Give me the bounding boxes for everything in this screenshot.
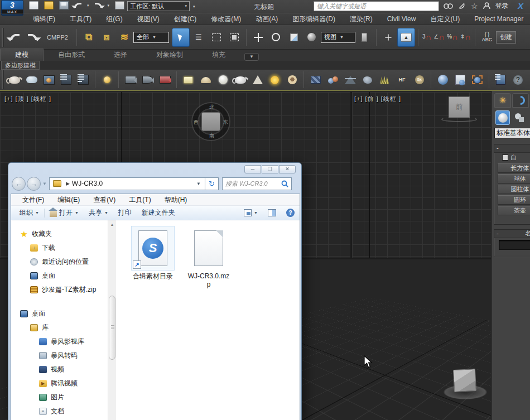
select-rotate-icon[interactable] (267, 28, 285, 47)
ribbon-tab-selection[interactable]: 选择 (99, 49, 142, 61)
address-bar[interactable]: ▶ WJ-CR3.0 ▼ (49, 177, 205, 190)
ribbon-tab-modeling[interactable]: 建模 (0, 49, 44, 61)
rollout-collapse-button[interactable]: - (494, 144, 530, 153)
nav-downloads[interactable]: ↓ 下载 (20, 241, 116, 255)
menu-customize[interactable]: 自定义(U) (423, 15, 467, 24)
camera-icon[interactable] (123, 73, 138, 88)
light-icon[interactable] (99, 73, 114, 88)
file-item-mzp[interactable]: WJ-CR3.0.mzp (182, 226, 235, 289)
object-name-field[interactable] (499, 240, 530, 250)
nav-lib-baofeng-media[interactable]: 暴风影视库 (20, 335, 116, 349)
viewcube-top[interactable]: 北 南 东 西 (192, 103, 229, 140)
forward-button[interactable]: → (27, 177, 41, 191)
refresh-button[interactable]: ↻ (205, 177, 219, 190)
ribbon-minimize-icon[interactable]: ▼ (244, 53, 259, 61)
autogrid-checkbox[interactable] (502, 155, 508, 161)
nav-lib-baofeng-transcode[interactable]: 暴风转码 (20, 349, 116, 363)
render-view-icon[interactable] (41, 73, 56, 88)
redo-dropdown[interactable]: ▾ (108, 3, 110, 8)
favorites-star-icon[interactable]: ☆ (471, 2, 478, 11)
select-object-button[interactable] (172, 28, 190, 47)
reference-coordsys-dropdown[interactable]: 视图▼ (321, 32, 355, 43)
viewport-front-label[interactable]: [+] [前 ] [线框 ] (354, 95, 401, 103)
nav-lib-tencent-video[interactable]: ▶ 腾讯视频 (20, 376, 116, 390)
organize-button[interactable]: 组织▼ (15, 208, 44, 218)
name-rollout-collapse-button[interactable]: - 名 (494, 230, 530, 238)
file-item-shortcut[interactable]: S ↗ 合辑素材目录 (126, 226, 180, 281)
breadcrumb[interactable]: WJ-CR3.0 (72, 180, 103, 187)
percent-snap-icon[interactable]: %∩ (447, 33, 458, 41)
button-box[interactable]: 长方体 (498, 163, 530, 173)
new-folder-button[interactable]: 新建文件夹 (137, 208, 180, 218)
select-link-icon[interactable]: ⧉ (80, 28, 98, 47)
back-button[interactable]: ← (12, 177, 26, 191)
bind-spacewarp-icon[interactable]: ≋ (115, 28, 133, 47)
cone-primitive-icon[interactable] (250, 73, 265, 88)
open-file-icon[interactable] (44, 1, 54, 9)
save-file-icon[interactable] (59, 1, 69, 9)
preview-pane-button[interactable] (263, 209, 281, 216)
teapot-primitive-icon[interactable] (233, 73, 248, 88)
select-move-icon[interactable] (249, 28, 267, 47)
viewport-top-label[interactable]: [+] [顶 ] [线框 ] (4, 95, 51, 103)
ribbon-subtab-polygon-modeling[interactable]: 多边形建模 (1, 61, 40, 70)
settings-panel-icon[interactable] (76, 73, 91, 88)
help-button[interactable]: ? (281, 209, 300, 217)
help-icon[interactable]: ? (510, 73, 526, 88)
maximize-button[interactable]: ❐ (262, 165, 278, 173)
undo-dropdown[interactable]: ▾ (87, 3, 89, 8)
undo-button[interactable] (6, 28, 23, 47)
nav-zip-item[interactable]: 沙发篇-TZ素材.zip (20, 283, 116, 297)
menu-rendering[interactable]: 渲染(R) (343, 15, 380, 24)
rectangular-selection-icon[interactable] (208, 28, 225, 47)
menu-modifiers[interactable]: 修改器(M) (204, 15, 248, 24)
menu-civil-view[interactable]: Civil View (380, 15, 423, 23)
menu-edit[interactable]: 编辑(E) (51, 195, 86, 205)
scrollbar-thumb[interactable] (109, 296, 115, 360)
create-selection-set-field[interactable]: 创建 (496, 31, 516, 44)
views-button[interactable]: ▼ (239, 209, 263, 216)
menu-views[interactable]: 视图(V) (130, 15, 167, 24)
nav-favorites[interactable]: ★ 收藏夹 (20, 227, 116, 241)
nav-recent-places[interactable]: 最近访问的位置 (20, 255, 116, 269)
file-list[interactable]: S ↗ 合辑素材目录 WJ-CR3.0.mzp (116, 220, 300, 420)
menu-edit[interactable]: 编辑(E) (26, 15, 62, 24)
array-cubes-icon[interactable] (308, 73, 323, 88)
menu-project-manager[interactable]: Project Manager (467, 15, 530, 23)
print-button[interactable]: 打印 (113, 208, 137, 218)
menu-create[interactable]: 创建(C) (167, 15, 204, 24)
category-shapes[interactable] (512, 110, 527, 125)
ribbon-tab-object-paint[interactable]: 对象绘制 (142, 49, 197, 61)
breadcrumb-arrow-icon[interactable]: ▶ (66, 181, 70, 186)
redo-icon[interactable] (95, 3, 102, 8)
scroll-up-icon[interactable]: ▲ (108, 220, 116, 229)
ribbon-tab-freeform[interactable]: 自由形式 (44, 49, 99, 61)
keyboard-shortcut-override-button[interactable]: ▲ (397, 28, 415, 47)
menu-tools[interactable]: 工具(T) (122, 195, 157, 205)
toolbar-grip[interactable] (2, 28, 4, 47)
menu-help[interactable]: 帮助(H) (158, 195, 194, 205)
viewport-front[interactable]: [+] [前 ] [线框 ] 前 (352, 92, 491, 258)
menu-tools[interactable]: 工具(T) (62, 15, 99, 24)
viewcube-perspective[interactable] (444, 368, 488, 407)
listener-icon[interactable] (493, 73, 508, 88)
sun-light-icon[interactable] (267, 73, 282, 88)
connect-spheres-icon[interactable] (325, 73, 340, 88)
tab-create[interactable]: ✳ (494, 93, 511, 108)
pyramid-gizmo-icon[interactable] (343, 73, 358, 88)
select-manipulate-icon[interactable] (379, 28, 397, 47)
nav-lib-pictures[interactable]: 图片 (20, 390, 116, 404)
teapot-icon[interactable] (7, 73, 22, 88)
cloud-icon[interactable] (24, 73, 39, 88)
search-binoculars-icon[interactable] (444, 2, 453, 9)
window-crossing-icon[interactable] (225, 28, 243, 47)
camera-dome-icon[interactable] (140, 73, 155, 88)
menu-file[interactable]: 文件(F) (16, 195, 51, 205)
dialog-panel-icon[interactable] (59, 73, 74, 88)
rock-icon[interactable] (360, 73, 375, 88)
primitive-category-dropdown[interactable]: 标准基本体 (494, 128, 530, 138)
disc-icon[interactable] (285, 73, 300, 88)
user-icon[interactable] (483, 2, 490, 9)
category-geometry[interactable] (495, 110, 510, 125)
menu-graph-editors[interactable]: 图形编辑器(D) (285, 15, 343, 24)
